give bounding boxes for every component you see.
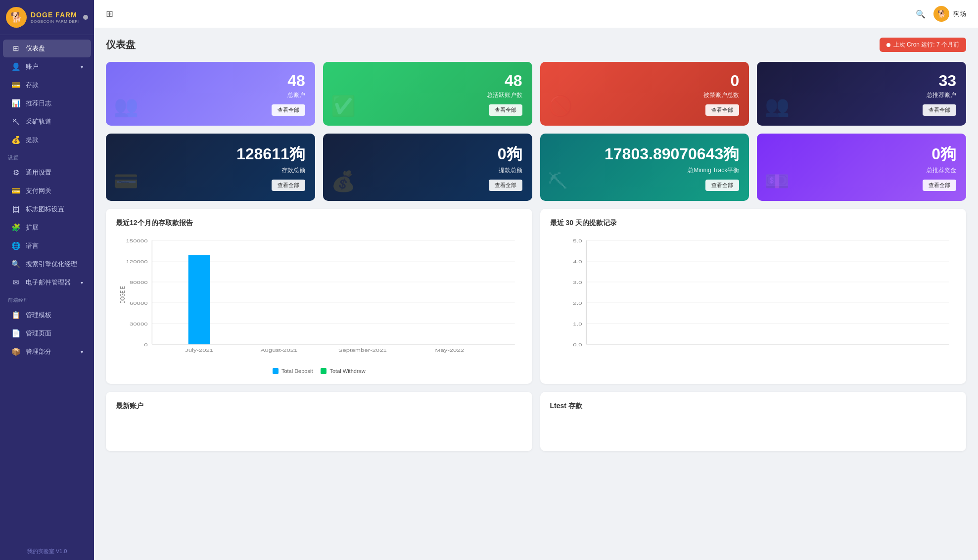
sidebar-item-pages[interactable]: 📄 管理页面 — [3, 325, 91, 342]
svg-text:July-2021: July-2021 — [185, 348, 213, 353]
deposit-chart-card: 最近12个月的存取款报告 150000 — [106, 209, 532, 384]
logo-avatar: 🐕 — [6, 7, 27, 28]
withdraw-chart-title: 最近 30 天的提款记录 — [550, 219, 957, 228]
recent-deposits-title: Ltest 存款 — [550, 402, 957, 411]
dashboard-icon: ⊞ — [11, 44, 21, 53]
content-area: 仪表盘 上次 Cron 运行: 7 个月前 48 总账户 查看全部 👥 48 总… — [94, 28, 978, 560]
svg-text:5.0: 5.0 — [573, 238, 582, 243]
stat-card-btn-banned-users[interactable]: 查看全部 — [705, 104, 739, 116]
stat-card-label: 总推荐奖金 — [927, 166, 956, 175]
sidebar-item-account[interactable]: 👤 账户 ▾ — [3, 58, 91, 76]
charts-row: 最近12个月的存取款报告 150000 — [106, 209, 966, 384]
stat-card-label: 总活跃账户数 — [487, 91, 522, 99]
svg-text:4.0: 4.0 — [573, 259, 582, 264]
svg-text:1.0: 1.0 — [573, 322, 582, 327]
stat-card-btn-active-users[interactable]: 查看全部 — [489, 104, 522, 116]
stat-card-btn-total-withdraw[interactable]: 查看全部 — [489, 180, 522, 191]
deposit-chart-legend: Total Deposit Total Withdraw — [116, 368, 522, 374]
topbar-avatar: 🐕 — [933, 6, 949, 22]
stat-card-mining-balance: 17803.89070643狗 总Minnig Track平衡 查看全部 ⛏ — [540, 134, 749, 201]
page-title: 仪表盘 — [106, 38, 136, 51]
bar-deposit-july2021 — [188, 255, 210, 344]
seo-icon: 🔍 — [11, 260, 21, 269]
svg-text:90000: 90000 — [130, 280, 148, 285]
stat-card-icon: 👥 — [114, 94, 139, 118]
sidebar-label-withdraw: 提款 — [26, 136, 83, 144]
stat-card-icon: ⛏ — [548, 171, 568, 193]
stat-card-icon: 💳 — [114, 170, 139, 193]
sidebar-item-seo[interactable]: 🔍 搜索引擎优化经理 — [3, 255, 91, 273]
sidebar-label-logo: 标志图标设置 — [26, 205, 83, 214]
recent-accounts-title: 最新账户 — [116, 402, 522, 411]
sidebar-item-general[interactable]: ⚙ 通用设置 — [3, 164, 91, 182]
topbar: ⊞ 🔍 🐕 狗场 — [94, 0, 978, 28]
svg-text:September-2021: September-2021 — [338, 348, 387, 353]
deposit-chart-area: 150000 120000 90000 60000 30000 0 DOGE E — [116, 235, 522, 364]
sidebar-label-sections: 管理部分 — [26, 347, 81, 356]
panel-section-label: 前端经理 — [0, 292, 94, 306]
sections-arrow-icon: ▾ — [81, 349, 83, 355]
sidebar-item-dashboard[interactable]: ⊞ 仪表盘 — [3, 40, 91, 57]
pages-icon: 📄 — [11, 329, 21, 338]
svg-text:30000: 30000 — [130, 322, 148, 327]
stat-card-icon: 👥 — [765, 94, 790, 118]
logo-text: DOGE FARM DOGECOIN FARM DEFI — [31, 11, 79, 24]
stat-card-btn-referral-bonus[interactable]: 查看全部 — [923, 180, 956, 191]
sidebar-item-language[interactable]: 🌐 语言 — [3, 237, 91, 255]
stat-card-active-users: 48 总活跃账户数 查看全部 ✅ — [323, 62, 532, 126]
stat-card-icon: 💰 — [331, 170, 356, 193]
stat-card-number: 0狗 — [931, 143, 956, 165]
stat-card-referral-bonus: 0狗 总推荐奖金 查看全部 💵 — [757, 134, 966, 201]
withdraw-icon: 💰 — [11, 136, 21, 144]
sidebar-item-templates[interactable]: 📋 管理模板 — [3, 306, 91, 324]
sidebar-item-payment[interactable]: 💳 支付网关 — [3, 182, 91, 200]
svg-text:August-2021: August-2021 — [261, 348, 298, 353]
email-arrow-icon: ▾ — [81, 280, 83, 285]
stat-card-number: 33 — [938, 72, 956, 90]
stat-card-top: 0狗 总推荐奖金 查看全部 — [767, 143, 956, 191]
stat-card-btn-total-deposit[interactable]: 查看全部 — [272, 180, 305, 191]
sidebar-item-sections[interactable]: 📦 管理部分 ▾ — [3, 343, 91, 361]
sidebar-label-general: 通用设置 — [26, 168, 83, 177]
extensions-icon: 🧩 — [11, 223, 21, 232]
stat-card-number: 48 — [505, 72, 522, 90]
stat-card-total-users: 48 总账户 查看全部 👥 — [106, 62, 315, 126]
stat-card-top: 48 总账户 查看全部 — [116, 72, 305, 116]
stat-card-btn-mining-balance[interactable]: 查看全部 — [705, 180, 739, 191]
sidebar-nav: ⊞ 仪表盘 👤 账户 ▾ 💳 存款 📊 推荐日志 ⛏ 采矿轨道 💰 提款 设置 … — [0, 35, 94, 543]
sidebar-label-seo: 搜索引擎优化经理 — [26, 260, 83, 269]
stat-card-label: 存款总额 — [281, 166, 305, 175]
sidebar-label-pages: 管理页面 — [26, 329, 83, 338]
withdraw-chart-svg: 5.0 4.0 3.0 2.0 1.0 0.0 — [550, 235, 957, 364]
sidebar-item-extensions[interactable]: 🧩 扩展 — [3, 219, 91, 236]
stat-card-top: 33 总推荐账户 查看全部 — [767, 72, 956, 116]
general-icon: ⚙ — [11, 168, 21, 177]
stat-card-label: 总账户 — [287, 91, 305, 99]
mining-icon: ⛏ — [11, 118, 21, 126]
sidebar-item-referral-log[interactable]: 📊 推荐日志 — [3, 94, 91, 112]
expand-icon[interactable]: ⊞ — [106, 8, 113, 19]
stat-card-number: 48 — [287, 72, 305, 90]
svg-text:3.0: 3.0 — [573, 280, 582, 285]
svg-text:120000: 120000 — [126, 259, 148, 264]
stat-card-label: 总Minnig Track平衡 — [688, 166, 739, 175]
sections-icon: 📦 — [11, 347, 21, 356]
sidebar: 🐕 DOGE FARM DOGECOIN FARM DEFI ⊞ 仪表盘 👤 账… — [0, 0, 94, 560]
sidebar-item-withdraw[interactable]: 💰 提款 — [3, 131, 91, 149]
stat-card-btn-total-users[interactable]: 查看全部 — [272, 104, 305, 116]
stat-card-total-deposit: 128611狗 存款总额 查看全部 💳 — [106, 134, 315, 201]
stat-card-referral-accounts: 33 总推荐账户 查看全部 👥 — [757, 62, 966, 126]
stat-card-top: 17803.89070643狗 总Minnig Track平衡 查看全部 — [550, 143, 740, 191]
svg-text:DOGE E: DOGE E — [119, 286, 126, 303]
stat-card-label: 提款总额 — [499, 166, 522, 175]
sidebar-item-email[interactable]: ✉ 电子邮件管理器 ▾ — [3, 274, 91, 291]
sidebar-item-mining[interactable]: ⛏ 采矿轨道 — [3, 113, 91, 131]
email-icon: ✉ — [11, 278, 21, 287]
sidebar-item-deposit[interactable]: 💳 存款 — [3, 76, 91, 94]
legend-withdraw-label: Total Withdraw — [329, 368, 365, 374]
sidebar-item-logo[interactable]: 🖼 标志图标设置 — [3, 200, 91, 218]
search-icon[interactable]: 🔍 — [916, 9, 926, 19]
stat-card-btn-referral-accounts[interactable]: 查看全部 — [923, 104, 956, 116]
sidebar-label-account: 账户 — [26, 62, 81, 71]
cron-label: 上次 Cron 运行: 7 个月前 — [893, 41, 959, 49]
